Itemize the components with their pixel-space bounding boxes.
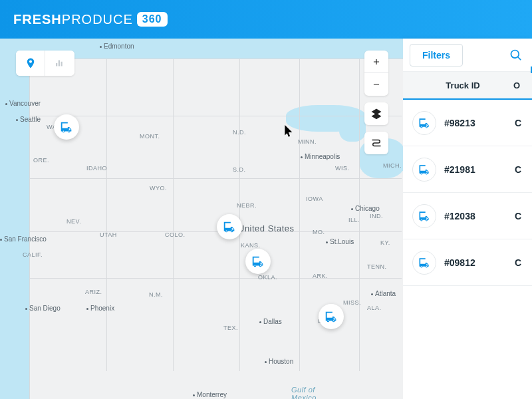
truck-icon-chip [412, 158, 436, 182]
layers-icon [370, 108, 382, 120]
col-other[interactable]: O [513, 80, 523, 90]
table-header: Truck ID O [403, 72, 532, 100]
truck-icon [222, 219, 237, 234]
truck-icon-chip [412, 111, 436, 135]
search-button[interactable] [509, 49, 523, 62]
truck-icon [418, 116, 431, 130]
truck-icon [418, 163, 431, 176]
plus-icon [372, 57, 381, 66]
truck-marker-2[interactable] [217, 214, 242, 239]
truck-icon-chip [412, 251, 436, 275]
route-button[interactable] [364, 132, 388, 154]
truck-icon [59, 120, 74, 134]
route-icon [370, 137, 382, 149]
truck-id: #09812 [444, 257, 507, 268]
bar-chart-icon [54, 57, 66, 69]
side-panel: Filters Truck ID O #98213 C #21981 C [403, 39, 532, 399]
app-header: FRESHPRODUCE 360 [0, 0, 532, 39]
truck-trail: C [515, 257, 523, 268]
truck-trail: C [515, 164, 523, 175]
truck-id: #98213 [444, 118, 507, 128]
truck-icon [251, 254, 265, 269]
view-map-button[interactable] [16, 51, 45, 76]
truck-icon [418, 256, 431, 269]
view-stats-button[interactable] [45, 51, 74, 76]
zoom-out-button[interactable] [364, 73, 388, 96]
map-background: United States Gulf of Mexico Vancouver S… [0, 39, 403, 399]
brand-badge: 360 [137, 12, 168, 27]
filters-button[interactable]: Filters [410, 44, 463, 66]
table-row[interactable]: #21981 C [403, 146, 532, 193]
search-icon [509, 49, 523, 62]
brand-bold: FRESH [13, 12, 62, 27]
brand: FRESHPRODUCE 360 [13, 12, 168, 27]
brand-text: FRESHPRODUCE [13, 12, 133, 27]
col-truck-id[interactable]: Truck ID [412, 80, 513, 90]
view-toggle [16, 51, 74, 76]
table-row[interactable]: #12038 C [403, 193, 532, 239]
layers-button[interactable] [364, 102, 388, 125]
truck-trail: C [515, 118, 523, 128]
map-area[interactable]: United States Gulf of Mexico Vancouver S… [0, 39, 403, 399]
truck-id: #21981 [444, 164, 507, 175]
table-row[interactable]: #98213 C [403, 100, 532, 146]
truck-marker-3[interactable] [245, 249, 271, 274]
map-controls [364, 51, 388, 154]
truck-marker-4[interactable] [319, 304, 344, 329]
truck-id: #12038 [444, 211, 507, 221]
minus-icon [372, 80, 381, 89]
panel-toolbar: Filters [403, 39, 532, 72]
brand-light: PRODUCE [62, 12, 133, 27]
zoom-in-button[interactable] [364, 51, 388, 73]
pin-icon [25, 57, 37, 69]
truck-trail: C [515, 211, 523, 221]
truck-icon [324, 309, 338, 324]
truck-marker-1[interactable] [54, 114, 79, 140]
truck-icon-chip [412, 204, 436, 228]
truck-icon [418, 209, 431, 223]
table-row[interactable]: #09812 C [403, 239, 532, 286]
